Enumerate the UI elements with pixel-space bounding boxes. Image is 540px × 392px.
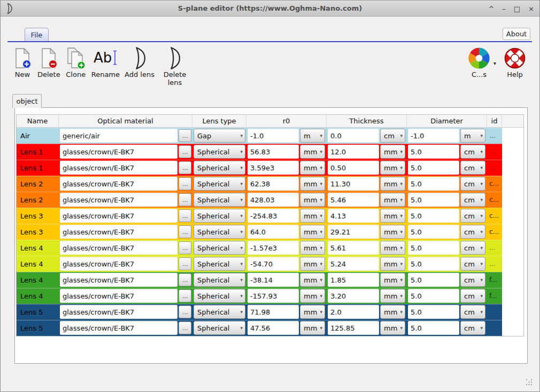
r0-input[interactable] bbox=[248, 241, 299, 255]
rollup-button[interactable]: ^ bbox=[488, 5, 494, 12]
name-cell[interactable]: Lens 5 bbox=[17, 304, 59, 320]
r0-unit-select[interactable]: mm ▾ bbox=[300, 257, 325, 271]
id-cell[interactable]: ... bbox=[487, 128, 502, 144]
material-browse-button[interactable]: ... bbox=[179, 193, 191, 206]
material-input[interactable] bbox=[60, 161, 178, 175]
name-cell[interactable]: Lens 1 bbox=[17, 160, 59, 176]
diameter-input[interactable] bbox=[408, 321, 459, 335]
about-button[interactable]: About bbox=[503, 28, 530, 40]
diameter-input[interactable] bbox=[408, 129, 459, 143]
material-browse-button[interactable]: ... bbox=[179, 129, 191, 142]
material-browse-button[interactable]: ... bbox=[179, 209, 191, 222]
diameter-unit-select[interactable]: cm ▾ bbox=[460, 241, 485, 255]
r0-input[interactable] bbox=[248, 193, 299, 207]
material-input[interactable] bbox=[60, 225, 178, 239]
name-cell[interactable]: Lens 3 bbox=[17, 224, 59, 240]
name-cell[interactable]: Lens 4 bbox=[17, 272, 59, 288]
thickness-unit-select[interactable]: mm ▾ bbox=[380, 225, 405, 239]
r0-unit-select[interactable]: mm ▾ bbox=[300, 145, 325, 159]
header-r0[interactable]: r0 bbox=[246, 115, 327, 127]
id-cell[interactable]: ... bbox=[487, 304, 502, 320]
tab-object[interactable]: object bbox=[12, 94, 42, 108]
diameter-input[interactable] bbox=[408, 273, 459, 287]
material-input[interactable] bbox=[60, 129, 178, 143]
material-browse-button[interactable]: ... bbox=[179, 161, 191, 174]
thickness-unit-select[interactable]: mm ▾ bbox=[380, 305, 405, 319]
diameter-unit-select[interactable]: cm ▾ bbox=[460, 145, 485, 159]
r0-unit-select[interactable]: mm ▾ bbox=[300, 161, 325, 175]
diameter-input[interactable] bbox=[408, 145, 459, 159]
material-input[interactable] bbox=[60, 177, 178, 191]
diameter-input[interactable] bbox=[408, 177, 459, 191]
r0-unit-select[interactable]: mm ▾ bbox=[300, 321, 325, 335]
delete-button[interactable]: Delete bbox=[37, 45, 60, 79]
r0-unit-select[interactable]: mm ▾ bbox=[300, 193, 325, 207]
thickness-unit-select[interactable]: mm ▾ bbox=[380, 257, 405, 271]
material-input[interactable] bbox=[60, 289, 178, 303]
thickness-unit-select[interactable]: mm ▾ bbox=[380, 161, 405, 175]
id-cell[interactable]: f... bbox=[487, 288, 502, 304]
material-browse-button[interactable]: ... bbox=[179, 145, 191, 158]
colors-button[interactable]: ▾ C...s bbox=[467, 45, 491, 79]
minimize-button[interactable]: – bbox=[502, 5, 506, 12]
material-browse-button[interactable]: ... bbox=[179, 241, 191, 254]
r0-unit-select[interactable]: mm ▾ bbox=[300, 273, 325, 287]
r0-input[interactable] bbox=[248, 209, 299, 223]
lens-type-select[interactable]: Spherical ▾ bbox=[194, 225, 245, 239]
material-input[interactable] bbox=[60, 321, 178, 335]
diameter-unit-select[interactable]: cm ▾ bbox=[460, 225, 485, 239]
file-menu-tab[interactable]: File bbox=[25, 28, 49, 41]
thickness-input[interactable] bbox=[328, 225, 379, 239]
header-diameter[interactable]: Diameter bbox=[407, 115, 487, 127]
id-cell[interactable]: ... bbox=[487, 144, 502, 160]
diameter-input[interactable] bbox=[408, 289, 459, 303]
diameter-input[interactable] bbox=[408, 305, 459, 319]
name-cell[interactable]: Lens 3 bbox=[17, 208, 59, 224]
thickness-input[interactable] bbox=[328, 209, 379, 223]
maximize-button[interactable]: □ bbox=[514, 5, 520, 12]
id-cell[interactable]: c... bbox=[487, 176, 502, 192]
r0-unit-select[interactable]: m ▾ bbox=[300, 129, 325, 143]
thickness-input[interactable] bbox=[328, 321, 379, 335]
material-input[interactable] bbox=[60, 305, 178, 319]
id-cell[interactable]: c... bbox=[487, 224, 502, 240]
material-browse-button[interactable]: ... bbox=[179, 273, 191, 286]
lens-type-select[interactable]: Gap ▾ bbox=[194, 129, 245, 143]
material-browse-button[interactable]: ... bbox=[179, 305, 191, 318]
diameter-unit-select[interactable]: cm ▾ bbox=[460, 209, 485, 223]
name-cell[interactable]: Lens 1 bbox=[17, 144, 59, 160]
r0-input[interactable] bbox=[248, 145, 299, 159]
thickness-input[interactable] bbox=[328, 193, 379, 207]
lens-type-select[interactable]: Spherical ▾ bbox=[194, 193, 245, 207]
r0-unit-select[interactable]: mm ▾ bbox=[300, 305, 325, 319]
name-cell[interactable]: Lens 4 bbox=[17, 240, 59, 256]
diameter-unit-select[interactable]: cm ▾ bbox=[460, 177, 485, 191]
name-cell[interactable]: Lens 5 bbox=[17, 320, 59, 336]
thickness-input[interactable] bbox=[328, 305, 379, 319]
material-input[interactable] bbox=[60, 209, 178, 223]
r0-unit-select[interactable]: mm ▾ bbox=[300, 225, 325, 239]
thickness-input[interactable] bbox=[328, 241, 379, 255]
material-input[interactable] bbox=[60, 257, 178, 271]
id-cell[interactable]: ... bbox=[487, 240, 502, 256]
lens-type-select[interactable]: Spherical ▾ bbox=[194, 209, 245, 223]
thickness-unit-select[interactable]: mm ▾ bbox=[380, 241, 405, 255]
r0-input[interactable] bbox=[248, 129, 299, 143]
thickness-unit-select[interactable]: mm ▾ bbox=[380, 177, 405, 191]
rename-button[interactable]: Ab Rename bbox=[91, 45, 120, 79]
title-bar[interactable]: S-plane editor (https://www.Oghma-Nano.c… bbox=[1, 1, 539, 17]
lens-type-select[interactable]: Spherical ▾ bbox=[194, 257, 245, 271]
material-browse-button[interactable]: ... bbox=[179, 177, 191, 190]
clone-button[interactable]: Clone bbox=[65, 45, 87, 79]
new-button[interactable]: New bbox=[12, 45, 33, 79]
r0-input[interactable] bbox=[248, 289, 299, 303]
diameter-unit-select[interactable]: cm ▾ bbox=[460, 289, 485, 303]
r0-input[interactable] bbox=[248, 177, 299, 191]
name-cell[interactable]: Lens 2 bbox=[17, 192, 59, 208]
close-button[interactable]: × bbox=[528, 5, 534, 12]
thickness-unit-select[interactable]: cm ▾ bbox=[380, 129, 405, 143]
id-cell[interactable]: ... bbox=[487, 160, 502, 176]
thickness-unit-select[interactable]: mm ▾ bbox=[380, 289, 405, 303]
material-input[interactable] bbox=[60, 145, 178, 159]
thickness-input[interactable] bbox=[328, 129, 379, 143]
